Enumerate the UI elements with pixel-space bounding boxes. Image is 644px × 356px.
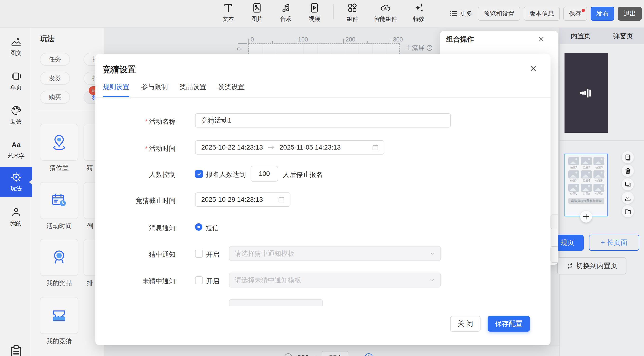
modal-close-button[interactable]: 关 闭	[450, 316, 480, 332]
ruler-tick	[320, 41, 320, 43]
capacity-checkbox[interactable]	[195, 170, 203, 178]
active-notch	[29, 179, 32, 185]
play-card-activity-time[interactable]: 活动时间	[40, 182, 78, 230]
sidebar-item-mine[interactable]: 我的	[0, 204, 32, 229]
placeholder-cell: 位置9	[594, 184, 604, 196]
placeholder-cell: 位置4	[568, 171, 579, 183]
win-notice-checkbox[interactable]	[195, 250, 203, 258]
placeholder-cell: 位置5	[581, 171, 592, 183]
capacity-suffix: 人后停止报名	[283, 170, 323, 179]
sidebar-item-art-text[interactable]: Aa 艺术字	[0, 137, 32, 162]
category-coupon[interactable]: 发券	[40, 72, 70, 85]
win-template-select[interactable]: 请选择猜中通知模板	[229, 246, 441, 261]
play-card-guess-location[interactable]: 猜位置	[40, 124, 78, 172]
radio-dot	[198, 226, 200, 228]
capacity-input[interactable]: 100	[250, 166, 278, 181]
switch-to-builtin-button[interactable]: 切换到内置页	[557, 257, 626, 274]
clipboard-icon	[9, 344, 24, 356]
help-question-icon[interactable]: ?	[426, 44, 433, 51]
tool-components[interactable]: 组件	[342, 2, 363, 23]
hidden-button-edge	[550, 214, 558, 229]
toolbar-separator	[333, 4, 334, 19]
close-icon[interactable]	[529, 64, 537, 73]
field-label-notice: 消息通知	[96, 223, 176, 232]
canvas-page-strip[interactable]	[248, 44, 400, 54]
ruler-tick	[272, 41, 273, 43]
text-tool-icon	[223, 2, 234, 13]
required-asterisk: *	[145, 118, 148, 125]
deadline-input[interactable]: 2025-10-29 14:23:13	[195, 192, 290, 207]
tabs-divider	[96, 97, 550, 98]
save-button[interactable]: 保存	[563, 7, 587, 21]
publish-button[interactable]: 发布	[590, 7, 614, 21]
px-unit: px	[352, 354, 360, 356]
sidebar-item-single-page[interactable]: 单页	[0, 69, 32, 93]
activity-name-input[interactable]: 竞猜活动1	[195, 113, 451, 128]
activity-time-range-input[interactable]: 2025-10-22 14:23:13 2025-11-05 14:23:13	[195, 140, 384, 155]
clipboard-button[interactable]	[9, 344, 24, 356]
duplicate-page-button[interactable]	[622, 178, 634, 190]
play-card-my-prizes[interactable]: 我的奖品	[40, 239, 78, 287]
lose-template-select[interactable]: 请选择未猜中通知模板	[229, 273, 441, 288]
tool-text[interactable]: 文本	[218, 2, 239, 23]
add-long-page-button[interactable]: + 长页面	[589, 235, 639, 251]
save-config-button[interactable]: 保存配置	[488, 316, 530, 332]
close-icon[interactable]	[538, 35, 545, 43]
start-datetime: 2025-10-22 14:23:13	[196, 144, 263, 151]
zoom-in-icon[interactable]	[364, 353, 373, 356]
tool-music[interactable]: 音乐	[275, 2, 296, 23]
tool-video[interactable]: 视频	[304, 2, 325, 23]
exit-button[interactable]: 退出	[618, 7, 642, 21]
zoom-out-icon[interactable]	[284, 353, 293, 356]
folder-button[interactable]	[622, 205, 634, 217]
add-page-button[interactable]	[580, 211, 592, 222]
image-placeholder-icon	[568, 171, 579, 178]
image-placeholder-icon	[581, 184, 592, 192]
ruler-tick	[343, 39, 344, 43]
image-placeholder-icon	[594, 171, 604, 178]
canvas-dashed-border-left	[248, 43, 249, 54]
person-icon	[10, 206, 22, 218]
placeholder-cell: 位置8	[581, 184, 592, 196]
panel-divider	[37, 111, 104, 111]
calendar-icon	[278, 196, 285, 203]
modal-tabbar: 规则设置 参与限制 奖品设置 发奖设置	[103, 82, 245, 98]
capacity-prefix: 报名人数达到	[206, 170, 246, 179]
copy-page-button[interactable]	[622, 151, 634, 163]
svg-text:Aa: Aa	[12, 141, 21, 149]
delete-page-button[interactable]	[622, 165, 634, 177]
modal-title: 竞猜设置	[103, 64, 136, 75]
version-info-button[interactable]: 版本信息	[524, 7, 560, 21]
tab-participation-limit[interactable]: 参与限制	[141, 82, 168, 98]
sidebar-item-plays[interactable]: 玩法	[0, 167, 32, 197]
plays-panel: 玩法 任务 抽奖 发券 打卡 购买 猜奖 be 猜位置 猜 活动时间 倒 我的奖…	[32, 28, 104, 356]
preview-settings-button[interactable]: 预览和设置	[478, 7, 520, 21]
more-button[interactable]: 更多	[450, 9, 472, 18]
tool-image[interactable]: 图片	[246, 2, 268, 23]
ruler-tick	[248, 39, 249, 43]
chevron-down-icon	[429, 250, 436, 257]
tab-builtin-page[interactable]: 内置页	[560, 28, 602, 44]
sidebar-item-image-text[interactable]: 图文	[0, 34, 32, 59]
page-thumbnail-loading[interactable]	[564, 53, 608, 133]
group-operations-title: 组合操作	[446, 35, 474, 44]
tab-popup-page[interactable]: 弹窗页	[602, 28, 644, 44]
lose-notice-checkbox[interactable]	[195, 276, 203, 284]
sms-radio[interactable]	[195, 223, 202, 231]
category-task[interactable]: 任务	[40, 53, 70, 66]
tab-rule-settings[interactable]: 规则设置	[103, 82, 129, 98]
play-card-my-guesses[interactable]: 我的竞猜	[40, 297, 78, 345]
trash-icon	[624, 167, 632, 175]
tool-effects[interactable]: 特效	[408, 2, 429, 23]
category-purchase[interactable]: 购买	[40, 91, 70, 104]
canvas-height-input[interactable]: 554	[322, 351, 348, 356]
components-tool-icon	[347, 2, 358, 13]
tab-award-settings[interactable]: 发奖设置	[218, 82, 245, 98]
image-placeholder-icon	[568, 184, 579, 192]
required-asterisk: *	[145, 145, 148, 152]
tab-prize-settings[interactable]: 奖品设置	[180, 82, 206, 98]
tool-ai-components[interactable]: AI 智能组件	[371, 2, 400, 23]
page-thumbnail-selected[interactable]: 位置1 位置2 位置3 位置4 位置5 位置6 位置7 位置8 位置9 请选择将…	[564, 154, 608, 216]
download-page-button[interactable]	[622, 192, 634, 204]
sidebar-item-decoration[interactable]: 装饰	[0, 103, 32, 128]
